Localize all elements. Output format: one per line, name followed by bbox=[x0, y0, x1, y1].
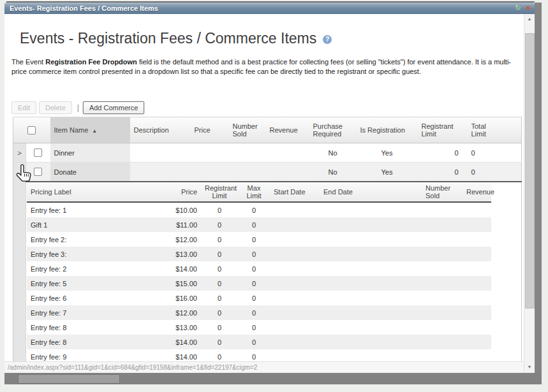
pricing-number-sold-cell bbox=[422, 247, 463, 261]
registrant-limit-cell: 0 bbox=[418, 163, 468, 182]
column-header-purchase-required[interactable]: Purchase Required bbox=[309, 117, 357, 143]
column-header-is-registration[interactable]: Is Registration bbox=[357, 117, 418, 143]
scroll-down-button[interactable]: ▼ bbox=[524, 362, 535, 372]
pricing-max-limit-cell: 0 bbox=[238, 291, 270, 305]
column-header-revenue[interactable]: Revenue bbox=[266, 117, 309, 143]
pricing-max-limit-cell: 0 bbox=[238, 232, 270, 247]
row-checkbox[interactable] bbox=[34, 149, 42, 157]
pricing-revenue-cell bbox=[463, 232, 491, 247]
pricing-row[interactable]: Entry fee: 8$14.0000 bbox=[27, 335, 491, 349]
pricing-row[interactable]: Entry fee: 7$12.0000 bbox=[27, 305, 491, 320]
close-icon[interactable]: ✕ bbox=[526, 5, 531, 11]
row-expander[interactable] bbox=[13, 163, 26, 182]
pricing-price-cell: $16.00 bbox=[164, 291, 201, 305]
backdrop-tab bbox=[18, 374, 120, 384]
pricing-registrant-limit-cell: 0 bbox=[201, 232, 238, 247]
column-header-total-limit[interactable]: Total Limit bbox=[468, 117, 501, 143]
pricing-number-sold-cell bbox=[422, 276, 463, 291]
page-title-text: Events - Registration Fees / Commerce It… bbox=[20, 30, 316, 47]
pricing-row[interactable]: Entry fee: 9$14.0000 bbox=[27, 349, 491, 361]
pricing-start-date-cell bbox=[270, 305, 320, 320]
delete-button[interactable]: Delete bbox=[39, 101, 72, 114]
pricing-registrant-limit-cell: 0 bbox=[201, 291, 238, 305]
column-header-item-name[interactable]: Item Name▲ bbox=[50, 117, 130, 143]
modal-window: Events- Registration Fees / Commerce Ite… bbox=[4, 3, 535, 373]
pricing-registrant-limit-cell: 0 bbox=[201, 349, 238, 361]
column-header-number-sold[interactable]: Number Sold bbox=[229, 117, 266, 143]
row-checkbox[interactable] bbox=[34, 168, 42, 176]
pricing-number-sold-cell bbox=[422, 291, 463, 305]
pricing-max-limit-cell: 0 bbox=[238, 261, 270, 276]
pricing-label-cell: Entry fee: 1 bbox=[27, 202, 164, 217]
pricing-label-cell: Entry fee: 9 bbox=[27, 349, 164, 361]
pricing-revenue-cell bbox=[463, 261, 491, 276]
pricing-header-registrant-limit: Registrant Limit bbox=[201, 182, 238, 202]
pricing-label-cell: Gift 1 bbox=[27, 217, 164, 232]
pricing-row[interactable]: Entry fee 2:$12.0000 bbox=[27, 232, 491, 247]
pricing-number-sold-cell bbox=[422, 335, 463, 349]
row-checkbox-cell bbox=[26, 163, 50, 182]
column-header-price[interactable]: Price bbox=[191, 117, 229, 143]
pricing-end-date-cell bbox=[320, 232, 422, 247]
pricing-row[interactable]: Entry fee 3:$13.0000 bbox=[27, 247, 491, 261]
scroll-up-button[interactable]: ▲ bbox=[524, 14, 535, 24]
pricing-row[interactable]: Entry fee: 5$15.0000 bbox=[27, 276, 491, 291]
pricing-label-cell: Entry fee: 6 bbox=[27, 291, 164, 305]
pricing-row[interactable]: Entry fee: 2$14.0000 bbox=[27, 261, 491, 276]
revenue-cell bbox=[266, 143, 309, 163]
item-name-header-label: Item Name bbox=[54, 126, 89, 134]
pricing-label-cell: Entry fee: 8 bbox=[27, 335, 164, 349]
pricing-row[interactable]: Gift 1$11.0000 bbox=[27, 217, 491, 232]
pricing-registrant-limit-cell: 0 bbox=[201, 217, 238, 232]
pricing-start-date-cell bbox=[270, 232, 320, 247]
pricing-table: Pricing Label Price Registrant Limit Max… bbox=[27, 182, 491, 361]
pricing-registrant-limit-cell: 0 bbox=[201, 276, 238, 291]
pricing-row[interactable]: Entry fee: 1$10.0000 bbox=[27, 202, 491, 217]
commerce-row[interactable]: DonateNoYes00 bbox=[13, 163, 522, 182]
pricing-number-sold-cell bbox=[422, 349, 463, 361]
pricing-max-limit-cell: 0 bbox=[238, 305, 270, 320]
pricing-label-cell: Entry fee 2: bbox=[27, 232, 164, 247]
pricing-revenue-cell bbox=[463, 247, 491, 261]
pricing-revenue-cell bbox=[463, 202, 491, 217]
description-bold-term: Registration Fee Dropdown bbox=[45, 58, 137, 66]
pricing-start-date-cell bbox=[270, 349, 320, 361]
pricing-start-date-cell bbox=[270, 335, 320, 349]
pricing-header-start-date: Start Date bbox=[270, 182, 320, 202]
window-title: Events- Registration Fees / Commerce Ite… bbox=[10, 4, 515, 12]
vertical-scrollbar[interactable]: ▲ ▼ bbox=[524, 14, 535, 373]
pricing-rows: Entry fee: 1$10.0000Gift 1$11.0000Entry … bbox=[27, 202, 491, 361]
number-sold-cell bbox=[229, 143, 266, 163]
pricing-number-sold-cell bbox=[422, 202, 463, 217]
refresh-icon[interactable]: ↻ bbox=[515, 4, 521, 11]
pricing-label-cell: Entry fee 3: bbox=[27, 247, 164, 261]
pricing-price-cell: $13.00 bbox=[164, 247, 201, 261]
row-expander[interactable]: > bbox=[13, 143, 26, 163]
pricing-header-number-sold: Number Sold bbox=[422, 182, 463, 202]
pricing-header-price: Price bbox=[164, 182, 201, 202]
pricing-revenue-cell bbox=[463, 276, 491, 291]
filler-cell bbox=[501, 143, 522, 163]
page-description: The Event Registration Fee Dropdown fiel… bbox=[11, 57, 522, 76]
edit-button[interactable]: Edit bbox=[11, 101, 36, 114]
pricing-label-cell: Entry fee: 7 bbox=[27, 305, 164, 320]
pricing-end-date-cell bbox=[320, 349, 422, 361]
pricing-row[interactable]: Entry fee: 8$13.0000 bbox=[27, 320, 491, 335]
column-header-registrant-limit[interactable]: Registrant Limit bbox=[418, 117, 468, 143]
pricing-number-sold-cell bbox=[422, 261, 463, 276]
pricing-price-cell: $14.00 bbox=[164, 335, 201, 349]
pricing-price-cell: $12.00 bbox=[164, 232, 201, 247]
select-all-checkbox[interactable] bbox=[27, 126, 36, 134]
toolbar-separator: | bbox=[77, 103, 79, 112]
add-commerce-button[interactable]: Add Commerce bbox=[83, 101, 144, 114]
pricing-start-date-cell bbox=[270, 320, 320, 335]
number-sold-cell bbox=[229, 163, 266, 182]
column-header-description[interactable]: Description bbox=[130, 117, 191, 143]
window-titlebar[interactable]: Events- Registration Fees / Commerce Ite… bbox=[4, 3, 535, 14]
description-prefix: The Event bbox=[11, 58, 45, 66]
scrollbar-thumb[interactable] bbox=[525, 33, 535, 309]
pricing-revenue-cell bbox=[463, 217, 491, 232]
help-icon[interactable]: ? bbox=[323, 35, 332, 44]
commerce-row[interactable]: >DinnerNoYes00 bbox=[13, 143, 522, 163]
pricing-row[interactable]: Entry fee: 6$16.0000 bbox=[27, 291, 491, 305]
